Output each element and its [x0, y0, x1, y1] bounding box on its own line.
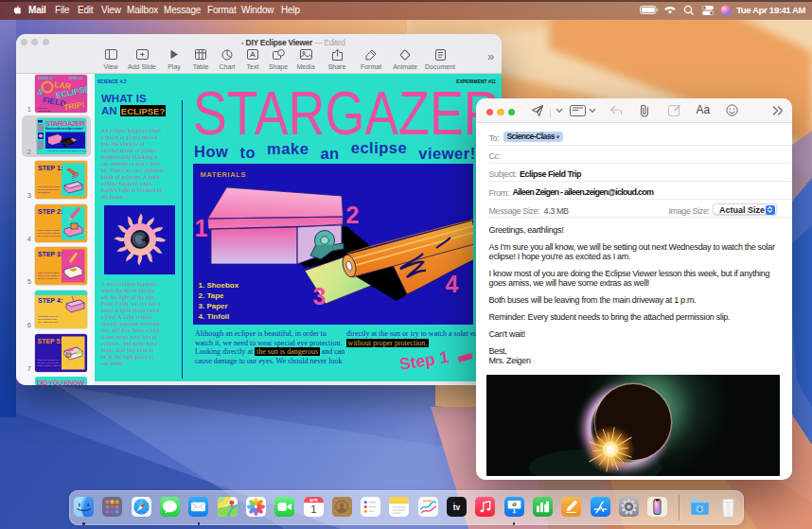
- svg-text:ready to safely observe: ready to safely observe: [37, 364, 61, 367]
- svg-text:TRIP!: TRIP!: [62, 99, 85, 113]
- svg-text:STEP 4:: STEP 4:: [38, 297, 62, 304]
- svg-text:STEP 5:: STEP 5:: [37, 338, 62, 344]
- svg-text:How to make an eclipse viewer!: How to make an eclipse viewer!: [45, 128, 83, 132]
- svg-text:Mar 1 p.m.: Mar 1 p.m.: [38, 107, 48, 109]
- svg-text:DID YOU KNOW: DID YOU KNOW: [37, 379, 85, 385]
- svg-text:STEP 1:: STEP 1:: [38, 165, 62, 171]
- svg-text:tv: tv: [453, 503, 461, 512]
- svg-text:STEP 2:: STEP 2:: [38, 208, 62, 215]
- svg-text:the shoebox.: the shoebox.: [38, 191, 51, 194]
- svg-text:the box, on the end: the box, on the end: [38, 277, 58, 280]
- svg-text:Main Driveway: Main Driveway: [38, 110, 52, 112]
- svg-text:STEP 3:: STEP 3:: [38, 251, 62, 257]
- svg-text:EXPER. #11: EXPER. #11: [69, 77, 83, 80]
- svg-text:APR: APR: [309, 498, 318, 503]
- svg-text:SCIENCE 4.2: SCIENCE 4.2: [38, 77, 53, 80]
- svg-text:box. This is the hole: box. This is the hole: [38, 321, 59, 324]
- svg-text:Although an eclipse is beautif: Although an eclipse is beautiful, in ord…: [46, 150, 86, 153]
- svg-text:1: 1: [310, 503, 316, 515]
- svg-text:pen, punch a hole in it.: pen, punch a hole in it.: [38, 235, 61, 238]
